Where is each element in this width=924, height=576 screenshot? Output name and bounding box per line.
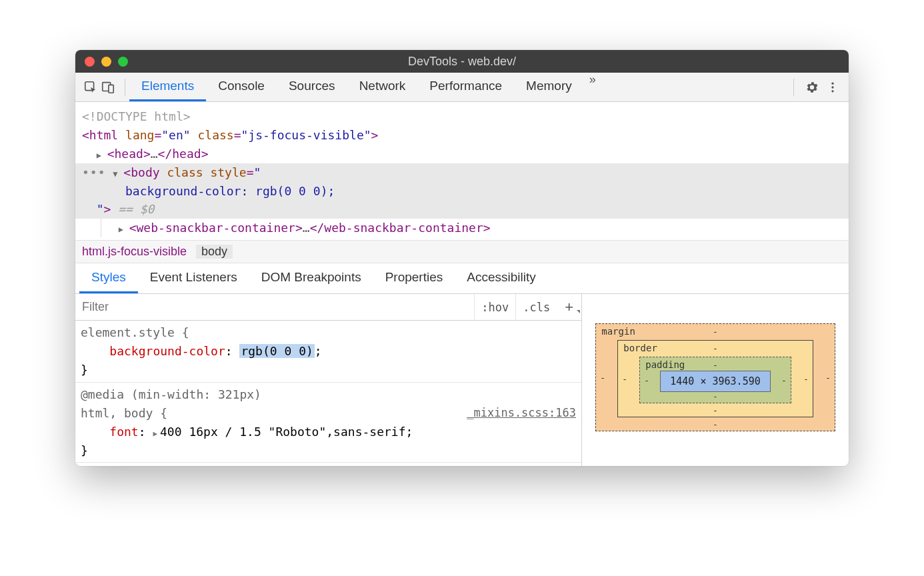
sidebar-tabs: Styles Event Listeners DOM Breakpoints P… [75,263,849,294]
doctype-node[interactable]: <!DOCTYPE html> [82,107,842,126]
new-style-rule-icon[interactable]: + [557,299,581,316]
svg-point-5 [831,90,833,92]
subtab-dom-breakpoints[interactable]: DOM Breakpoints [249,263,373,293]
expand-shorthand-icon[interactable] [153,425,160,439]
style-rule-media[interactable]: @media (min-width: 321px) html, body {_m… [75,383,581,463]
kebab-menu-icon[interactable] [826,80,839,95]
console-ref: == $0 [118,202,154,216]
source-link[interactable]: _mixins.scss:163 [467,404,576,421]
box-model[interactable]: margin - - - - border - - - - padding - [582,294,849,466]
minimize-icon[interactable] [101,57,111,67]
cls-toggle[interactable]: .cls [515,294,557,320]
close-icon[interactable] [85,57,95,67]
tab-memory[interactable]: Memory [514,73,584,101]
dom-tree[interactable]: <!DOCTYPE html> <html lang="en" class="j… [75,102,849,240]
hov-toggle[interactable]: :hov [474,294,515,320]
selected-body-node[interactable]: ••• <body class style=" background-color… [75,163,849,219]
overflow-dots: ••• [82,165,106,179]
tab-console[interactable]: Console [206,73,277,101]
expand-icon[interactable] [119,219,129,237]
html-node[interactable]: <html lang="en" class="js-focus-visible"… [82,126,842,145]
padding-label: padding [645,359,685,370]
breadcrumb-item[interactable]: html.js-focus-visible [82,245,187,259]
breadcrumb: html.js-focus-visible body [75,240,849,263]
inspect-icon[interactable] [83,80,98,95]
styles-filter-row: :hov .cls + [75,294,581,321]
more-tabs-icon[interactable]: » [584,73,601,101]
style-rule-element[interactable]: element.style { background-color: rgb(0 … [75,321,581,383]
highlighted-value[interactable]: rgb(0 0 0) [239,344,314,358]
head-node[interactable]: <head>…</head> [82,145,842,163]
styles-panel: :hov .cls + element.style { background-c… [75,294,849,466]
subtab-event-listeners[interactable]: Event Listeners [138,263,249,293]
divider [125,79,125,96]
expand-icon[interactable] [97,145,107,163]
border-label: border [623,343,657,353]
window-controls [85,57,128,67]
tab-network[interactable]: Network [347,73,418,101]
divider [793,79,794,96]
panel-tabs: Elements Console Sources Network Perform… [129,73,785,101]
svg-point-4 [831,86,833,88]
subtab-properties[interactable]: Properties [373,263,455,293]
collapse-icon[interactable] [113,163,123,182]
subtab-styles[interactable]: Styles [79,263,138,293]
tab-sources[interactable]: Sources [277,73,347,101]
device-toggle-icon[interactable] [101,80,115,95]
maximize-icon[interactable] [118,57,128,67]
tab-performance[interactable]: Performance [417,73,514,101]
content-dimensions[interactable]: 1440 × 3963.590 [660,371,770,392]
window-title: DevTools - web.dev/ [408,55,516,69]
margin-label: margin [601,326,635,337]
child-node[interactable]: <web-snackbar-container>…</web-snackbar-… [101,219,842,237]
breadcrumb-item-active[interactable]: body [196,245,233,259]
svg-point-3 [831,82,833,84]
tab-elements[interactable]: Elements [129,73,206,101]
titlebar: DevTools - web.dev/ [75,50,849,73]
svg-rect-2 [109,85,113,93]
settings-icon[interactable] [805,80,819,95]
subtab-accessibility[interactable]: Accessibility [455,263,547,293]
main-toolbar: Elements Console Sources Network Perform… [75,73,849,102]
filter-input[interactable] [75,300,474,314]
devtools-window: DevTools - web.dev/ Elements Console Sou… [75,50,849,466]
